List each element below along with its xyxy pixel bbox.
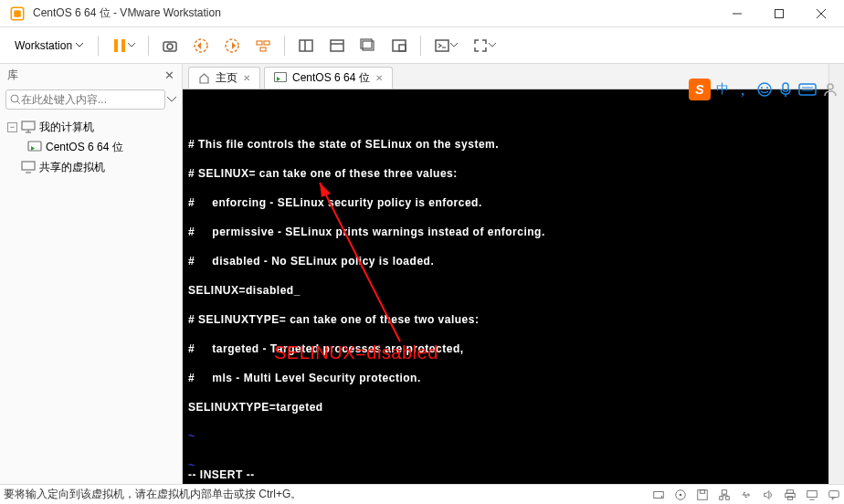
svg-rect-7 <box>121 39 125 52</box>
snapshot-take-button[interactable] <box>218 33 246 58</box>
svg-point-9 <box>167 44 173 49</box>
chevron-down-icon <box>450 43 458 47</box>
ime-logo[interactable]: S <box>689 79 711 100</box>
window-titlebar: CentOS 6 64 位 - VMware Workstation <box>0 0 844 27</box>
content-area: 主页 ✕ CentOS 6 64 位 ✕ # This file control… <box>183 64 828 484</box>
svg-rect-13 <box>264 41 269 45</box>
pause-button[interactable] <box>106 33 141 58</box>
console-button[interactable] <box>428 33 463 58</box>
svg-rect-30 <box>28 142 41 151</box>
svg-rect-3 <box>775 9 784 17</box>
app-icon <box>9 5 26 22</box>
fullscreen-button[interactable] <box>467 33 501 58</box>
svg-rect-52 <box>807 490 818 497</box>
ime-face-icon[interactable] <box>756 81 773 98</box>
svg-rect-33 <box>275 73 287 82</box>
close-button[interactable] <box>800 0 842 27</box>
floppy-icon[interactable] <box>696 488 709 501</box>
status-icons <box>652 488 840 501</box>
sound-icon[interactable] <box>762 488 775 501</box>
view-thumbnail-button[interactable] <box>354 33 382 58</box>
chevron-down-icon <box>489 43 496 47</box>
svg-rect-22 <box>399 45 406 51</box>
tree-label: CentOS 6 64 位 <box>46 140 123 155</box>
ime-punct[interactable]: ， <box>734 79 751 100</box>
tab-label: 主页 <box>216 70 237 86</box>
svg-point-25 <box>11 95 18 102</box>
svg-rect-6 <box>114 39 118 52</box>
svg-rect-58 <box>783 83 788 91</box>
window-title: CentOS 6 64 位 - VMware Workstation <box>33 5 716 21</box>
svg-rect-12 <box>257 41 262 45</box>
tree-root-shared[interactable]: 共享的虚拟机 <box>0 157 182 177</box>
vm-icon <box>27 141 42 153</box>
close-tab-icon[interactable]: ✕ <box>375 73 383 83</box>
status-text: 要将输入定向到该虚拟机，请在虚拟机内部单击或按 Ctrl+G。 <box>4 487 301 502</box>
svg-point-39 <box>680 493 682 496</box>
disk-icon[interactable] <box>652 488 665 501</box>
computer-icon <box>21 121 36 133</box>
tab-home[interactable]: 主页 ✕ <box>188 67 260 89</box>
view-unity-button[interactable] <box>385 33 413 58</box>
svg-rect-43 <box>720 496 723 499</box>
tree-label: 共享的虚拟机 <box>39 160 105 175</box>
collapse-icon[interactable]: − <box>7 122 17 132</box>
svg-point-56 <box>761 87 763 89</box>
library-tree: − 我的计算机 CentOS 6 64 位 共享的虚拟机 <box>0 113 182 484</box>
svg-rect-31 <box>22 162 35 170</box>
close-tab-icon[interactable]: ✕ <box>243 73 250 83</box>
tab-vm[interactable]: CentOS 6 64 位 ✕ <box>264 67 393 89</box>
maximize-button[interactable] <box>758 0 800 27</box>
svg-rect-27 <box>22 121 35 130</box>
svg-rect-54 <box>829 490 839 497</box>
cd-icon[interactable] <box>674 488 687 501</box>
usb-icon[interactable] <box>740 488 753 501</box>
terminal-view[interactable]: # This file controls the state of SELinu… <box>183 89 828 484</box>
chevron-down-icon <box>128 43 135 47</box>
sidebar-close-icon[interactable]: ✕ <box>164 68 174 82</box>
svg-rect-41 <box>700 489 704 493</box>
svg-rect-49 <box>787 489 794 493</box>
svg-point-62 <box>828 84 833 89</box>
ime-mic-icon[interactable] <box>778 81 793 98</box>
chevron-down-icon[interactable] <box>167 97 176 102</box>
vertical-scrollbar[interactable] <box>828 64 844 484</box>
minimize-button[interactable] <box>716 0 758 27</box>
tree-item-vm[interactable]: CentOS 6 64 位 <box>0 137 182 157</box>
svg-rect-44 <box>726 496 730 499</box>
snapshot-revert-button[interactable] <box>187 33 215 58</box>
ime-lang[interactable]: 中 <box>716 81 729 98</box>
svg-rect-15 <box>300 40 312 51</box>
main-area: 库 ✕ − 我的计算机 CentOS 6 64 位 共享的虚拟机 <box>0 64 844 484</box>
chevron-down-icon <box>76 43 83 47</box>
svg-rect-59 <box>799 84 816 95</box>
toolbar: Workstation <box>0 27 844 64</box>
ime-floating-bar[interactable]: S 中 ， <box>689 79 839 100</box>
network-icon[interactable] <box>718 488 731 501</box>
home-icon <box>198 72 210 84</box>
svg-rect-42 <box>722 489 726 493</box>
svg-point-37 <box>661 495 663 497</box>
svg-rect-1 <box>14 10 21 17</box>
workstation-menu[interactable]: Workstation <box>7 33 90 58</box>
message-icon[interactable] <box>828 488 840 501</box>
tree-root-mycomputer[interactable]: − 我的计算机 <box>0 117 182 137</box>
printer-icon[interactable] <box>784 488 797 501</box>
vm-icon <box>274 72 287 84</box>
tree-label: 我的计算机 <box>39 120 94 135</box>
tab-label: CentOS 6 64 位 <box>292 70 370 86</box>
display-icon[interactable] <box>806 488 818 501</box>
library-search[interactable] <box>5 89 165 110</box>
svg-point-55 <box>758 83 771 96</box>
snapshot-manager-button[interactable] <box>249 33 277 58</box>
ime-user-icon[interactable] <box>822 81 839 98</box>
view-tabs-button[interactable] <box>323 33 351 58</box>
view-single-button[interactable] <box>292 33 320 58</box>
status-bar: 要将输入定向到该虚拟机，请在虚拟机内部单击或按 Ctrl+G。 <box>0 484 844 504</box>
ime-keyboard-icon[interactable] <box>798 82 817 97</box>
search-input[interactable] <box>21 93 161 106</box>
snapshot-button[interactable] <box>156 33 184 58</box>
library-sidebar: 库 ✕ − 我的计算机 CentOS 6 64 位 共享的虚拟机 <box>0 64 183 484</box>
svg-rect-14 <box>260 47 266 51</box>
workstation-menu-label: Workstation <box>15 39 72 52</box>
